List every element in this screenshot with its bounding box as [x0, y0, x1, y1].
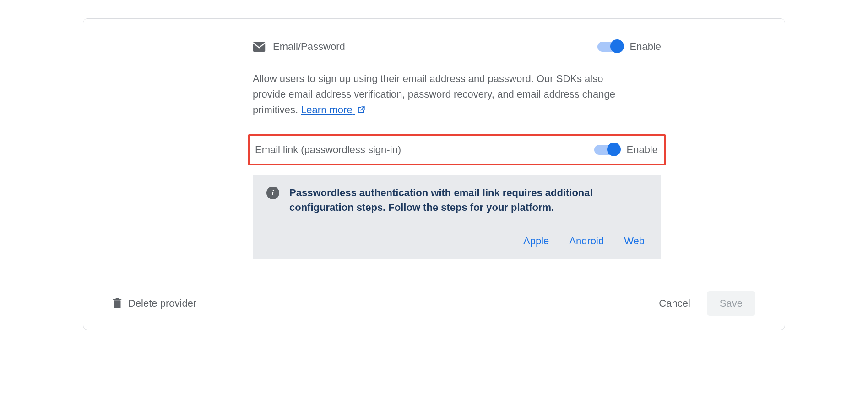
provider-description: Allow users to sign up using their email…	[253, 71, 638, 118]
provider-header-left: Email/Password	[253, 41, 345, 53]
info-row: i Passwordless authentication with email…	[266, 186, 647, 215]
provider-header: Email/Password Enable	[253, 41, 661, 71]
email-link-toggle-wrap: Enable	[594, 144, 658, 156]
svg-rect-3	[116, 298, 119, 299]
mail-icon	[253, 42, 266, 52]
footer-right: Cancel Save	[659, 291, 755, 316]
info-icon: i	[266, 187, 279, 199]
cancel-button[interactable]: Cancel	[659, 297, 690, 309]
svg-rect-1	[114, 300, 121, 308]
learn-more-link[interactable]: Learn more	[301, 104, 365, 116]
save-button[interactable]: Save	[707, 291, 755, 316]
delete-provider-label: Delete provider	[128, 297, 196, 309]
external-link-icon	[357, 103, 365, 111]
learn-more-label: Learn more	[301, 104, 353, 116]
provider-toggle-wrap: Enable	[597, 41, 661, 53]
trash-icon	[113, 298, 122, 309]
provider-title: Email/Password	[273, 41, 345, 53]
platform-links: Apple Android Web	[266, 235, 647, 247]
email-link-toggle[interactable]	[594, 145, 619, 155]
panel-footer: Delete provider Cancel Save	[111, 291, 757, 316]
toggle-knob	[607, 143, 621, 156]
platform-link-android[interactable]: Android	[569, 235, 604, 247]
email-link-title: Email link (passwordless sign-in)	[255, 144, 401, 156]
svg-rect-0	[253, 42, 265, 52]
settings-canvas: Email/Password Enable Allow users to sig…	[0, 0, 868, 396]
email-link-row-highlight: Email link (passwordless sign-in) Enable	[248, 134, 666, 165]
delete-provider-button[interactable]: Delete provider	[113, 297, 196, 309]
toggle-knob	[610, 39, 624, 53]
email-password-toggle[interactable]	[597, 42, 622, 52]
info-callout: i Passwordless authentication with email…	[253, 175, 661, 259]
platform-link-apple[interactable]: Apple	[523, 235, 549, 247]
info-text: Passwordless authentication with email l…	[289, 186, 647, 215]
provider-panel: Email/Password Enable Allow users to sig…	[83, 18, 785, 330]
provider-toggle-label: Enable	[629, 41, 661, 53]
platform-link-web[interactable]: Web	[624, 235, 645, 247]
email-link-toggle-label: Enable	[626, 144, 658, 156]
